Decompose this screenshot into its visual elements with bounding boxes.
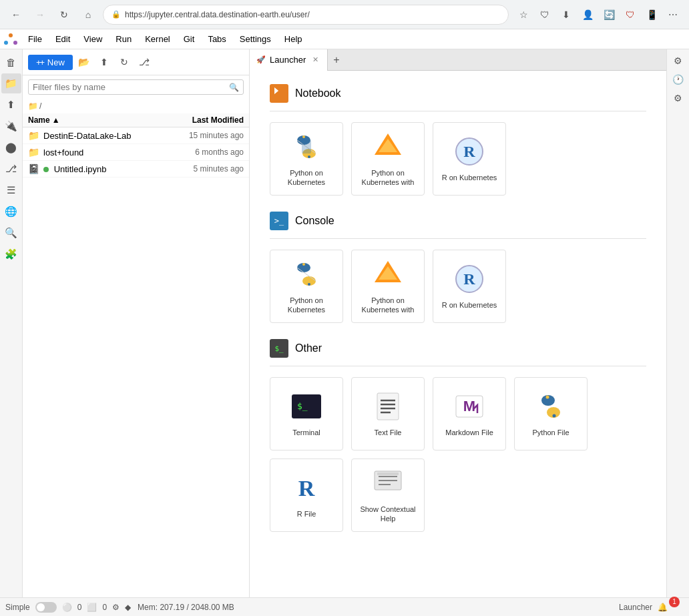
lock-icon: 🔒 xyxy=(111,10,121,19)
other-section-icon: $_ xyxy=(270,339,288,358)
launcher-item-py-k8s[interactable]: Python on Kubernetes xyxy=(270,122,343,196)
cell-count: 0 xyxy=(102,603,107,612)
folder-breadcrumb-icon: 📁 xyxy=(28,101,38,111)
launcher-item-console-r-k8s[interactable]: R R on Kubernetes xyxy=(433,250,506,323)
tab-close-button[interactable]: ✕ xyxy=(310,55,320,65)
launcher-content: Notebook Pyth xyxy=(250,71,666,597)
file-row[interactable]: 📓 Untitled.ipynb 5 minutes ago xyxy=(23,161,249,178)
mode-label: Simple xyxy=(5,603,30,612)
menu-help[interactable]: Help xyxy=(278,31,309,47)
gear2-right-btn[interactable]: ⚙ xyxy=(670,89,687,107)
git-btn[interactable]: ⎇ xyxy=(136,53,153,71)
svg-point-34 xyxy=(546,395,549,398)
python-file-label: Python File xyxy=(532,428,569,437)
tab-launcher[interactable]: 🚀 Launcher ✕ xyxy=(250,49,328,71)
mem-label: Mem: 207.19 / 2048.00 MB xyxy=(138,603,234,612)
console-r-k8s-label: R on Kubernetes xyxy=(442,300,497,310)
file-list: 📁 DestinE-DataLake-Lab 15 minutes ago 📁 … xyxy=(23,127,249,597)
kernel-count: 0 xyxy=(77,603,82,612)
bookmark-icon[interactable]: ☆ xyxy=(514,5,533,24)
launcher-item-python-file[interactable]: Python File xyxy=(514,377,588,450)
refresh-btn[interactable]: ↻ xyxy=(116,53,133,71)
settings-status-icon: ⚙ xyxy=(112,603,120,612)
files-sidebar-btn[interactable]: 📁 xyxy=(1,73,21,93)
sync-icon[interactable]: 🔄 xyxy=(600,5,618,24)
profile-icon[interactable]: 👤 xyxy=(578,5,597,24)
menu-file[interactable]: File xyxy=(21,31,49,47)
menu-kernel[interactable]: Kernel xyxy=(138,31,177,47)
launcher-item-markdown[interactable]: M Markdown File xyxy=(433,377,506,450)
notebook-section-icon xyxy=(270,84,288,103)
upload-files-btn[interactable]: ⬆ xyxy=(95,53,113,71)
svg-point-17 xyxy=(302,263,305,266)
breadcrumb: 📁 / xyxy=(23,99,249,113)
reload-button[interactable]: ↻ xyxy=(55,5,73,24)
file-row[interactable]: 📁 lost+found 6 months ago xyxy=(23,144,249,161)
app-body: 🗑 📁 ⬆ 🔌 ⬤ ⎇ ☰ 🌐 🔍 🧩 + + New 📂 ⬆ ↻ xyxy=(0,49,689,597)
open-folder-btn[interactable]: 📂 xyxy=(75,53,93,71)
browser-chrome: ← → ↻ ⌂ 🔒 https://jupyter.central.data.d… xyxy=(0,0,689,29)
menu-run[interactable]: Run xyxy=(109,31,138,47)
notebook-section-title: Notebook xyxy=(295,87,341,99)
menu-tabs[interactable]: Tabs xyxy=(201,31,232,47)
markdown-icon: M xyxy=(453,390,485,422)
back-button[interactable]: ← xyxy=(7,5,25,24)
settings-right-btn[interactable]: ⚙ xyxy=(670,52,687,69)
extension-shield-icon[interactable]: 🛡 xyxy=(621,5,640,24)
search-sidebar-btn[interactable]: 🔍 xyxy=(1,223,21,243)
file-modified: 15 minutes ago xyxy=(150,131,244,140)
menu-settings[interactable]: Settings xyxy=(233,31,278,47)
notification-badge: 1 xyxy=(669,597,680,607)
other-grid: $_ Terminal xyxy=(270,377,646,532)
upload-sidebar-btn[interactable]: ⬆ xyxy=(1,95,21,115)
search-input[interactable] xyxy=(33,82,226,92)
svg-text:R: R xyxy=(463,270,475,288)
menu-edit[interactable]: Edit xyxy=(49,31,77,47)
globe-sidebar-btn[interactable]: 🌐 xyxy=(1,202,21,222)
menu-git[interactable]: Git xyxy=(177,31,202,47)
running-sidebar-btn[interactable]: ⬤ xyxy=(1,137,21,158)
contextual-help-icon xyxy=(372,467,404,499)
console-divider xyxy=(270,238,646,239)
launcher-item-terminal[interactable]: $_ Terminal xyxy=(270,377,343,450)
menu-view[interactable]: View xyxy=(77,31,109,47)
status-bar: Simple ⚪ 0 ⬜ 0 ⚙ ◆ Mem: 207.19 / 2048.00… xyxy=(0,597,689,616)
console-section-icon: >_ xyxy=(270,212,288,230)
other-divider xyxy=(270,366,646,366)
git-sidebar-btn[interactable]: ⎇ xyxy=(1,159,21,179)
svg-point-2 xyxy=(13,41,17,45)
running-indicator xyxy=(43,167,49,172)
file-name: DestinE-DataLake-Lab xyxy=(43,131,150,141)
console-section-header: >_ Console xyxy=(270,212,646,230)
r-file-label: R File xyxy=(297,509,316,519)
file-row[interactable]: 📁 DestinE-DataLake-Lab 15 minutes ago xyxy=(23,127,249,144)
col-modified-header: Last Modified xyxy=(150,115,244,125)
trash-sidebar-btn[interactable]: 🗑 xyxy=(1,52,21,72)
launcher-item-text-file[interactable]: Text File xyxy=(351,377,425,450)
download-icon[interactable]: ⬇ xyxy=(557,5,576,24)
launcher-item-contextual-help[interactable]: Show Contextual Help xyxy=(351,458,425,532)
new-button[interactable]: + + New xyxy=(28,55,73,70)
r-k8s-icon: R xyxy=(453,135,485,168)
py-k8s-tf-label: Python on Kubernetes with xyxy=(359,168,417,188)
add-tab-button[interactable]: + xyxy=(328,49,344,71)
home-button[interactable]: ⌂ xyxy=(79,5,97,24)
clock-right-btn[interactable]: 🕐 xyxy=(670,71,687,88)
notification-icon[interactable]: 🔔 xyxy=(658,603,668,612)
launcher-item-r-k8s[interactable]: R R on Kubernetes xyxy=(433,122,506,196)
extension-sidebar-btn[interactable]: 🔌 xyxy=(1,116,21,136)
menu-dots-icon[interactable]: ⋯ xyxy=(664,5,682,24)
launcher-item-console-py-k8s[interactable]: Python on Kubernetes xyxy=(270,250,343,323)
search-box[interactable]: 🔍 xyxy=(28,79,244,95)
forward-button[interactable]: → xyxy=(31,5,49,24)
launcher-item-r-file[interactable]: R R File xyxy=(270,458,343,532)
toc-sidebar-btn[interactable]: ☰ xyxy=(1,180,21,200)
folder-icon: 📁 xyxy=(28,130,39,141)
tablet-icon[interactable]: 📱 xyxy=(642,5,661,24)
col-name-header[interactable]: Name ▲ xyxy=(28,115,150,125)
mode-toggle[interactable] xyxy=(35,602,57,613)
launcher-item-py-k8s-tf[interactable]: Python on Kubernetes with xyxy=(351,122,425,196)
launcher-item-console-py-k8s-tf[interactable]: Python on Kubernetes with xyxy=(351,250,425,323)
shield-icon[interactable]: 🛡 xyxy=(535,5,554,24)
puzzle-sidebar-btn[interactable]: 🧩 xyxy=(1,244,21,264)
